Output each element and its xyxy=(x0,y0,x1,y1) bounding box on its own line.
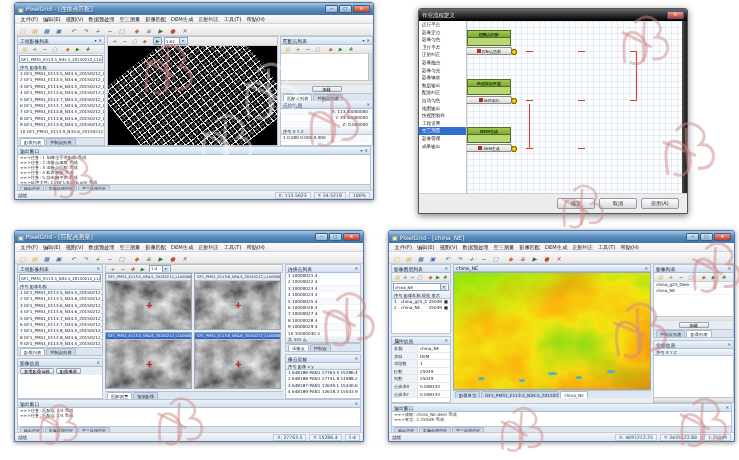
zoom-in-icon[interactable]: + xyxy=(466,253,477,263)
tab-match-points[interactable]: 匹配点列表 xyxy=(283,94,312,101)
footprint-canvas[interactable] xyxy=(108,46,277,145)
measure-icon[interactable]: ✚ xyxy=(719,273,728,281)
add-point-icon[interactable]: ✚ xyxy=(128,265,137,273)
menu-item[interactable]: 正射纠正 xyxy=(196,244,222,251)
menu-item[interactable]: DEM生成 xyxy=(169,16,196,23)
image-name-row[interactable]: china_NE xyxy=(654,288,733,294)
select-icon[interactable]: ▶ xyxy=(153,37,162,45)
module-list-item[interactable]: 工程设置 xyxy=(419,120,466,128)
tab-image-list[interactable]: 影像列表 xyxy=(20,138,45,145)
layer-combo[interactable]: china_NE▾ xyxy=(393,283,449,291)
record-icon[interactable]: ● xyxy=(167,25,178,35)
image-list-item[interactable]: 10 GF1_PMS1_E113.9_N34.6_20150212_L1A000… xyxy=(18,129,104,135)
menu-item[interactable]: 正射纠正 xyxy=(196,16,222,23)
panel-collapse-icon[interactable]: ▾ xyxy=(360,148,362,153)
full-extent-icon[interactable]: ◆ xyxy=(427,273,433,281)
menu-item[interactable]: 影像匹配 xyxy=(143,16,169,23)
flow-node[interactable]: DEM生成 DEM生成 xyxy=(467,127,511,143)
panel-close-icon[interactable]: ✕ xyxy=(444,338,448,343)
new-icon[interactable]: □ xyxy=(391,253,402,263)
module-list-item[interactable]: 运行平台 xyxy=(419,21,466,29)
fit-view-icon[interactable]: ▢ xyxy=(50,45,59,53)
open-view-icon[interactable]: ▤ xyxy=(394,273,401,281)
image-tile[interactable]: GF1_PMS1_E113.6_N34.6_20150212_L1A000064… xyxy=(194,332,281,389)
open-icon[interactable]: ▤ xyxy=(403,253,414,263)
undo-icon[interactable]: ↶ xyxy=(442,253,453,263)
fit-view-icon[interactable]: ▢ xyxy=(130,37,139,45)
select-icon[interactable]: ▶ xyxy=(336,45,345,53)
fit-view-icon[interactable]: ▢ xyxy=(490,253,501,263)
workflow-canvas[interactable]: 金字塔影像 创建金字塔 连接点匹配 连接点匹配 控制点匹配 控制点匹配 自由网平… xyxy=(467,21,682,193)
image-list-item[interactable]: 2 GF1_PMS1_E113.5_N34.6_20150212_L1A0000… xyxy=(18,77,104,83)
menu-item[interactable]: 影像匹配 xyxy=(143,244,169,251)
table-row[interactable]: 4 648189-PAN1 12618.3 15043.9 xyxy=(286,389,360,395)
image-tile[interactable]: GF1_PMS1_E113.5_N34.5_20150212_L1A000064… xyxy=(105,273,192,330)
panel-close-icon[interactable]: ✕ xyxy=(354,401,358,406)
minimize-button[interactable]: ─ xyxy=(315,233,328,241)
image-list-item[interactable]: 4 GF1_PMS1_E113.6_N34.6_20150212_L1A0000… xyxy=(18,90,104,96)
save-icon[interactable]: ▦ xyxy=(41,253,52,263)
panel-close-icon[interactable]: ✕ xyxy=(727,266,731,271)
dialog-close-button[interactable]: ✕ xyxy=(667,11,684,19)
record-icon[interactable]: ● xyxy=(167,253,178,263)
pan-icon[interactable]: ◆ xyxy=(131,25,142,35)
full-extent-icon[interactable]: ◆ xyxy=(63,45,72,53)
module-list-item[interactable]: 影像管理 xyxy=(419,135,466,143)
menu-item[interactable]: 影像匹配 xyxy=(517,244,543,251)
redo-icon[interactable]: ↷ xyxy=(80,253,91,263)
tab-match-measure[interactable]: 匹配测量 xyxy=(107,392,132,399)
point-list-area[interactable] xyxy=(281,54,372,80)
vertical-scrollbar[interactable] xyxy=(682,21,687,193)
menu-item[interactable]: 视图(V) xyxy=(63,244,86,251)
panel-close-icon[interactable]: ✕ xyxy=(354,356,358,361)
menu-item[interactable]: 工具(T) xyxy=(221,16,244,23)
maximize-button[interactable]: ▢ xyxy=(700,233,713,241)
layers-icon[interactable]: ≡ xyxy=(143,25,154,35)
close-button[interactable]: ✕ xyxy=(714,233,731,241)
zoom-out-icon[interactable]: − xyxy=(409,273,415,281)
panel-close-icon[interactable]: ✕ xyxy=(644,266,648,271)
module-list-item[interactable]: 卫片平差 xyxy=(419,44,466,52)
open-icon[interactable]: ▤ xyxy=(29,25,40,35)
pan-icon[interactable]: ◆ xyxy=(505,253,516,263)
zoom-out-icon[interactable]: − xyxy=(40,45,49,53)
image-list-item[interactable]: 7 GF1_PMS1_E113.8_N34.5_20150212_L1A0000… xyxy=(18,328,102,334)
full-extent-icon[interactable]: ◆ xyxy=(326,45,335,53)
module-list-item[interactable]: 影像融合 xyxy=(419,59,466,67)
module-list-item[interactable]: 自动匀色 xyxy=(419,97,466,105)
pan-icon[interactable]: ◆ xyxy=(131,253,142,263)
image-list-item[interactable]: 5 GF1_PMS1_E113.7_N34.5_20150212_L1A0000… xyxy=(18,97,104,103)
image-combo[interactable]: GF1_PMS1_E113.5_N34.5_20150212_L1A000064… xyxy=(19,274,101,282)
dem-map[interactable] xyxy=(453,272,651,390)
tab-image-view[interactable]: 影像显示 xyxy=(455,391,480,398)
module-list-item[interactable]: 空三测量 xyxy=(419,127,466,135)
module-list-item[interactable]: 快视图制作 xyxy=(419,112,466,120)
fit-view-icon[interactable]: ▢ xyxy=(416,273,423,281)
menu-item[interactable]: 数据预处理 xyxy=(86,244,117,251)
menu-item[interactable]: 编辑(E) xyxy=(40,244,63,251)
zoom-out-icon[interactable]: − xyxy=(478,253,489,263)
measure-icon[interactable]: ✚ xyxy=(346,45,355,53)
module-list-item[interactable]: 配准纠正 xyxy=(419,89,466,97)
title-bar[interactable]: ▣ PixelGrid - [匹配点测量] ─ ▢ ✕ xyxy=(15,231,363,243)
module-list-item[interactable]: 影像匀光 xyxy=(419,67,466,75)
panel-close-icon[interactable]: ✕ xyxy=(725,405,729,410)
horizontal-scrollbar[interactable] xyxy=(654,397,733,402)
load-button[interactable]: 加载 xyxy=(312,86,342,93)
measure-icon[interactable]: ✚ xyxy=(442,273,448,281)
panel-close-icon[interactable]: ✕ xyxy=(354,266,358,271)
open-icon[interactable]: ▤ xyxy=(29,253,40,263)
tab-control-points[interactable]: 控制点列表 xyxy=(46,138,75,145)
tab-pan-image[interactable]: GF1_PMS1_E113.5_N34.5_20150212_L1A000064… xyxy=(481,391,559,398)
open-view-icon[interactable]: ▤ xyxy=(283,45,292,53)
zoom-out-icon[interactable]: − xyxy=(104,253,115,263)
zoom-in-icon[interactable]: + xyxy=(666,273,675,281)
tab-controlpoints[interactable]: 控制点 xyxy=(310,344,331,351)
tab-control-points[interactable]: 控制点列表 xyxy=(46,348,75,355)
tab-tiepoints[interactable]: 连接点 xyxy=(288,344,309,351)
panel-close-icon[interactable]: ✕ xyxy=(444,266,448,271)
close-button[interactable]: ✕ xyxy=(353,5,370,13)
menu-item[interactable]: 文件(F) xyxy=(18,16,40,23)
image-list-item[interactable]: 7 GF1_PMS1_E113.8_N34.5_20150212_L1A0000… xyxy=(18,109,104,115)
open-view-icon[interactable]: ▤ xyxy=(20,45,29,53)
